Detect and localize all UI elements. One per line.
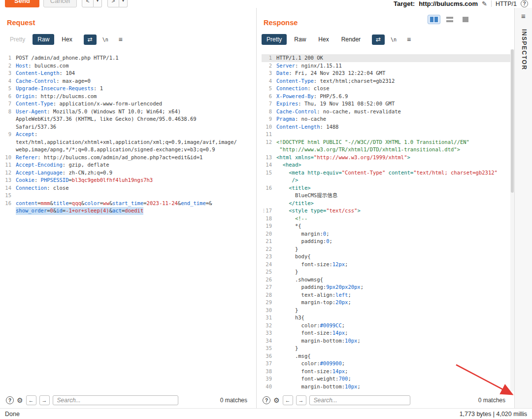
code-line[interactable]: 25 } (262, 268, 513, 276)
response-editor[interactable]: 1HTTP/1.1 200 OK2Server: nginx/1.15.113D… (259, 49, 513, 392)
code-line[interactable]: BlueCMS提示信息 (262, 192, 513, 200)
request-editor[interactable]: 1POST /admin/ad_phone.php HTTP/1.12Host:… (2, 49, 255, 392)
code-line[interactable]: 29 margin-top:20px; (262, 299, 513, 307)
back-button[interactable]: < (82, 0, 94, 7)
code-line[interactable]: 4Cache-Control: max-age=0 (5, 77, 255, 85)
code-line[interactable]: 40 margin-bottom:10px; (262, 383, 513, 391)
code-line[interactable]: 20 margin:0; (262, 230, 513, 238)
code-line[interactable]: AppleWebKit/537.36 (KHTML, like Gecko) C… (5, 115, 255, 123)
code-line[interactable]: 3Content-Length: 104 (5, 70, 255, 77)
search-prev-button[interactable]: ← (26, 395, 36, 405)
code-line[interactable]: /> (262, 176, 513, 184)
request-tab-pretty[interactable]: Pretty (5, 34, 30, 45)
code-line[interactable]: 2Server: nginx/1.15.11 (262, 62, 513, 70)
scrollbar-thumb[interactable] (511, 49, 514, 193)
code-line[interactable]: 27 padding:9px20px20px; (262, 283, 513, 291)
code-line[interactable]: 5Upgrade-Insecure-Requests: 1 (5, 85, 255, 93)
code-line[interactable]: 6Origin: http://bulucms.com (5, 93, 255, 101)
search-next-button[interactable]: → (296, 395, 306, 405)
code-line[interactable]: 36 .msg{ (262, 352, 513, 360)
layout-single-button[interactable] (459, 15, 472, 24)
code-line[interactable]: 33 font-size:14px; (262, 329, 513, 337)
wrap-toggle-icon[interactable]: ⇄ (84, 35, 97, 45)
code-line[interactable]: 18 <!-- (262, 215, 513, 223)
code-line[interactable]: 19 *{ (262, 222, 513, 230)
code-line[interactable]: </title> (262, 200, 513, 208)
code-line[interactable]: 9Accept: (5, 131, 255, 139)
code-line[interactable]: 15 (5, 192, 255, 200)
code-line[interactable]: 5Connection: close (262, 85, 513, 93)
code-line[interactable]: 11 (262, 131, 513, 139)
code-line[interactable]: 9Pragma: no-cache (262, 115, 513, 123)
code-line[interactable]: 21 padding:0; (262, 238, 513, 245)
code-line[interactable]: 8User-Agent: Mozilla/5.0 (Windows NT 10.… (5, 108, 255, 116)
code-line[interactable]: 32 color:#0099CC; (262, 322, 513, 330)
code-line[interactable]: show_order=0&id=-1+or+sleep(4)&act=doedi… (5, 207, 255, 215)
back-dropdown-icon[interactable]: ▾ (94, 0, 102, 7)
wrap-toggle-icon[interactable]: ⇄ (372, 35, 385, 45)
request-tab-raw[interactable]: Raw (33, 34, 54, 45)
code-line[interactable]: 6X-Powered-By: PHP/5.6.9 (262, 93, 513, 101)
code-line[interactable]: 34 margin-bottom:10px; (262, 337, 513, 345)
code-line[interactable]: 24 font-size:12px; (262, 261, 513, 269)
help-icon[interactable]: ? (521, 0, 528, 7)
request-search-input[interactable] (53, 395, 178, 405)
code-line[interactable]: 15 <meta http-equiv="Content-Type" conte… (262, 169, 513, 177)
code-line[interactable]: 22 } (262, 245, 513, 253)
code-line[interactable]: 8Cache-Control: no-cache, must-revalidat… (262, 108, 513, 116)
code-line[interactable]: ⋮17 <style type="text/css"> (262, 207, 513, 215)
code-line[interactable]: 3Date: Fri, 24 Nov 2023 12:22:04 GMT (262, 70, 513, 77)
response-scrollbar[interactable] (510, 49, 514, 391)
code-line[interactable]: Safari/537.36 (5, 123, 255, 131)
show-newlines-icon[interactable]: \n (99, 35, 112, 45)
code-line[interactable]: 7Content-Type: application/x-www-form-ur… (5, 100, 255, 108)
code-line[interactable]: 35 } (262, 345, 513, 352)
request-editor-menu-icon[interactable]: ≡ (114, 35, 127, 45)
code-line[interactable]: 14Connection: close (5, 184, 255, 192)
code-line[interactable]: 26 .showmsg{ (262, 276, 513, 284)
code-line[interactable]: 10Content-Length: 1488 (262, 123, 513, 131)
code-line[interactable]: 13Cookie: PHPSESSID=bl3qc9geb0lfhf4luh19… (5, 176, 255, 184)
response-tab-raw[interactable]: Raw (289, 34, 311, 45)
code-line[interactable]: 37 color:#009900; (262, 360, 513, 368)
edit-target-icon[interactable]: ✎ (482, 0, 487, 7)
code-line[interactable]: "http://www.w3.org/TR/xhtml1/DTD/xhtml1-… (262, 146, 513, 154)
code-line[interactable]: 10Referer: http://bulucms.com/admin/ad_p… (5, 154, 255, 162)
response-search-input[interactable] (309, 395, 410, 405)
http-version-selector[interactable]: HTTP/1 (496, 0, 517, 7)
code-line[interactable]: 12<!DOCTYPE html PUBLIC "-//W3C//DTD XHT… (262, 139, 513, 146)
code-line[interactable]: 1POST /admin/ad_phone.php HTTP/1.1 (5, 54, 255, 62)
code-line[interactable]: 14 <head> (262, 161, 513, 169)
code-line[interactable]: 28 text-align:left; (262, 291, 513, 299)
response-editor-menu-icon[interactable]: ≡ (402, 35, 415, 45)
search-prev-button[interactable]: ← (283, 395, 293, 405)
show-newlines-icon[interactable]: \n (387, 35, 400, 45)
code-line[interactable]: 1HTTP/1.1 200 OK (262, 54, 513, 62)
forward-dropdown-icon[interactable]: ▾ (119, 0, 128, 7)
code-line[interactable]: 39 font-weight:700; (262, 375, 513, 383)
layout-columns-button[interactable] (428, 15, 440, 24)
inspector-sidebar[interactable]: ≡ INSPECTOR (514, 8, 532, 408)
code-line[interactable]: 4Content-Type: text/html;charset=gb2312 (262, 77, 513, 85)
code-line[interactable]: 23 body{ (262, 253, 513, 261)
code-line[interactable]: 2Host: bulucms.com (5, 62, 255, 70)
code-line[interactable]: 38 font-size:14px; (262, 368, 513, 376)
search-help-icon[interactable]: ? (263, 396, 270, 404)
response-tab-render[interactable]: Render (336, 34, 366, 45)
forward-button[interactable]: > (107, 0, 119, 7)
search-settings-icon[interactable]: ⚙ (273, 396, 280, 404)
send-button[interactable]: Send (5, 0, 39, 7)
response-tab-hex[interactable]: Hex (313, 34, 333, 45)
code-line[interactable]: 7Expires: Thu, 19 Nov 1981 08:52:00 GMT (262, 100, 513, 108)
code-line[interactable]: 30 } (262, 307, 513, 314)
response-tab-pretty[interactable]: Pretty (262, 34, 287, 45)
search-help-icon[interactable]: ? (6, 396, 14, 404)
inspector-menu-icon[interactable]: ≡ (515, 8, 532, 20)
code-line[interactable]: webp,image/apng,*/*;q=0.8,application/si… (5, 146, 255, 154)
code-line[interactable]: 13<html xmlns="http://www.w3.org/1999/xh… (262, 154, 513, 162)
code-line[interactable]: 12Accept-Language: zh-CN,zh;q=0.9 (5, 169, 255, 177)
code-line[interactable]: 31 h3{ (262, 314, 513, 322)
code-line[interactable]: 11Accept-Encoding: gzip, deflate (5, 161, 255, 169)
layout-rows-button[interactable] (443, 15, 456, 24)
code-line[interactable]: 16 <title> (262, 184, 513, 192)
